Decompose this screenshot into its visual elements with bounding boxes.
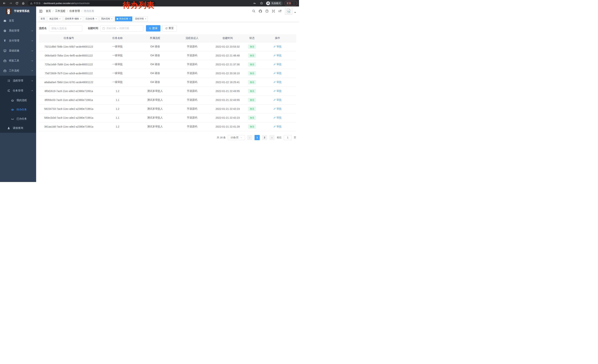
sidebar-item-label: 工作流程 <box>9 69 19 73</box>
tab-process-detail[interactable]: 流程详情× <box>133 16 148 21</box>
sidebar-item-task-mgmt[interactable]: 任务管理 <box>0 86 36 96</box>
start-date-placeholder: 开始日期 <box>106 27 116 30</box>
avatar[interactable] <box>285 8 292 15</box>
cell-starter: 芋道源码 <box>174 51 210 60</box>
browser-home-icon[interactable] <box>21 1 25 6</box>
cell-process: OA 请假 <box>136 51 174 60</box>
goto-suffix: 页 <box>294 136 296 139</box>
tab-home[interactable]: 首页 <box>39 16 47 21</box>
tab-done-tasks[interactable]: 已办任务× <box>84 16 99 21</box>
sidebar-item-system[interactable]: 系统管理 <box>0 26 36 36</box>
browser-reload-icon[interactable] <box>15 1 19 6</box>
browser-back-icon[interactable] <box>2 1 7 6</box>
sidebar-item-todo-tasks[interactable]: 待办任务 <box>0 105 36 114</box>
page-button-2[interactable]: 2 <box>262 135 267 140</box>
next-page-button[interactable]: › <box>269 135 274 140</box>
table-row: 069c6a63-7b8a-11ec-8ef0-acde48001122 一级审… <box>39 51 296 60</box>
tab-form-edit[interactable]: 流程表单-编辑× <box>63 16 83 21</box>
tab-todo-tasks[interactable]: 待办任务× <box>115 16 132 21</box>
sidebar-item-payment[interactable]: ¥ 支付管理 <box>0 36 36 46</box>
sidebar-item-label: 流程管理 <box>13 79 23 82</box>
close-icon[interactable]: × <box>111 18 112 20</box>
tab-start-process[interactable]: 发起流程× <box>48 16 62 21</box>
eye-icon <box>11 108 14 111</box>
search-icon <box>149 27 151 30</box>
sidebar-item-process-mgmt[interactable]: 流程管理 <box>0 76 36 86</box>
cell-task-id: 75d72608-7b7f-11ec-a3c8-acde48001122 <box>39 69 99 78</box>
cell-created: 2022-01-22 21:37:30 <box>210 60 245 69</box>
approve-link[interactable]: 审批 <box>274 98 282 102</box>
url-divider <box>42 2 42 5</box>
sidebar-item-label: 任务管理 <box>13 89 23 92</box>
approve-link[interactable]: 审批 <box>274 107 282 111</box>
sidebar-item-devtools[interactable]: 研发工具 <box>0 56 36 66</box>
process-name-input[interactable] <box>49 25 82 32</box>
password-key-icon[interactable] <box>252 1 257 6</box>
page-button-1[interactable]: 1 <box>255 135 260 140</box>
toolbox-icon <box>3 59 7 62</box>
browser-forward-icon[interactable] <box>8 1 13 6</box>
approve-link[interactable]: 审批 <box>274 89 282 93</box>
sidebar-item-label: 待办任务 <box>17 108 27 111</box>
sidebar-item-leave-query[interactable]: 请假查询 <box>0 123 36 133</box>
fullscreen-icon[interactable] <box>272 9 275 13</box>
close-icon[interactable]: × <box>96 18 97 20</box>
cell-task-name: 一级审批 <box>99 69 136 78</box>
prev-page-button[interactable]: ‹ <box>247 135 252 140</box>
help-icon[interactable] <box>265 9 269 13</box>
sidebar-item-infrastructure[interactable]: 基础设施 <box>0 46 36 56</box>
reset-button[interactable]: 重置 <box>162 25 177 32</box>
approve-link[interactable]: 审批 <box>274 81 282 84</box>
approve-link[interactable]: 审批 <box>274 125 282 128</box>
approve-link[interactable]: 审批 <box>274 116 282 119</box>
incognito-badge: 无痕模式 <box>266 1 283 6</box>
search-icon[interactable] <box>252 9 256 13</box>
sidebar-item-home[interactable]: 首页 <box>0 16 36 26</box>
cell-starter: 芋道源码 <box>174 42 210 51</box>
date-range-picker[interactable]: 开始日期 - 结束日期 <box>100 25 143 32</box>
not-secure-badge[interactable]: 不安全 <box>30 2 41 5</box>
breadcrumb-separator: / <box>82 10 82 13</box>
sidebar-item-label: 请假查询 <box>13 126 23 130</box>
sidebar-item-my-process[interactable]: 我的流程 <box>0 96 36 105</box>
browser-menu-icon[interactable]: ⋮ <box>293 2 295 5</box>
edit-icon <box>274 81 276 83</box>
goto-page-input[interactable] <box>284 135 291 140</box>
breadcrumb-home[interactable]: 首页 <box>46 9 51 13</box>
refresh-icon <box>165 27 168 30</box>
page-size-select[interactable]: 10条/页 <box>228 135 245 140</box>
sidebar-collapse-icon[interactable] <box>39 9 43 13</box>
sidebar-item-workflow[interactable]: 工作流程 <box>0 66 36 76</box>
breadcrumb-task-mgmt[interactable]: 任务管理 <box>69 9 80 13</box>
tab-my-process[interactable]: 我的流程× <box>100 16 114 21</box>
github-icon[interactable] <box>259 9 262 13</box>
breadcrumb-separator: / <box>53 10 53 13</box>
close-icon[interactable]: × <box>145 18 146 20</box>
approve-link[interactable]: 审批 <box>274 54 282 57</box>
table-row: a6aba0a4-7b6d-11ec-b781-acde48001122 一级审… <box>39 78 296 87</box>
cell-created: 2022-01-22 20:33:10 <box>210 69 245 78</box>
edit-icon <box>274 126 276 128</box>
process-name-label: 流程名 <box>39 27 47 30</box>
close-icon[interactable]: × <box>59 18 61 20</box>
app-logo[interactable]: 芋道管理系统 <box>0 7 36 16</box>
approve-link[interactable]: 审批 <box>274 63 282 66</box>
edit-icon <box>274 108 276 110</box>
avatar-caret-icon[interactable] <box>294 11 296 13</box>
sidebar-item-done-tasks[interactable]: 已办任务 <box>0 114 36 123</box>
bookmark-star-icon[interactable] <box>259 1 264 6</box>
search-button[interactable]: 搜索 <box>146 25 160 32</box>
cell-created: 2022-01-21 22:42:23 <box>210 113 245 122</box>
url-bar[interactable]: 不安全 dashboard.yudao.iocoder.cn/bpm/task/… <box>28 1 156 6</box>
breadcrumb-workflow[interactable]: 工作流程 <box>55 9 65 13</box>
cell-process: OA 请假 <box>136 42 174 51</box>
close-icon[interactable]: × <box>80 18 81 20</box>
approve-link[interactable]: 审批 <box>274 45 282 48</box>
gear-icon <box>3 29 7 32</box>
close-icon[interactable]: × <box>129 18 131 20</box>
browser-update-button[interactable]: 更新 ⋮ <box>284 1 297 6</box>
approve-link[interactable]: 审批 <box>274 72 282 75</box>
font-size-icon[interactable] <box>278 9 282 13</box>
cell-task-name: 一级审批 <box>99 51 136 60</box>
edit-icon <box>274 54 276 57</box>
